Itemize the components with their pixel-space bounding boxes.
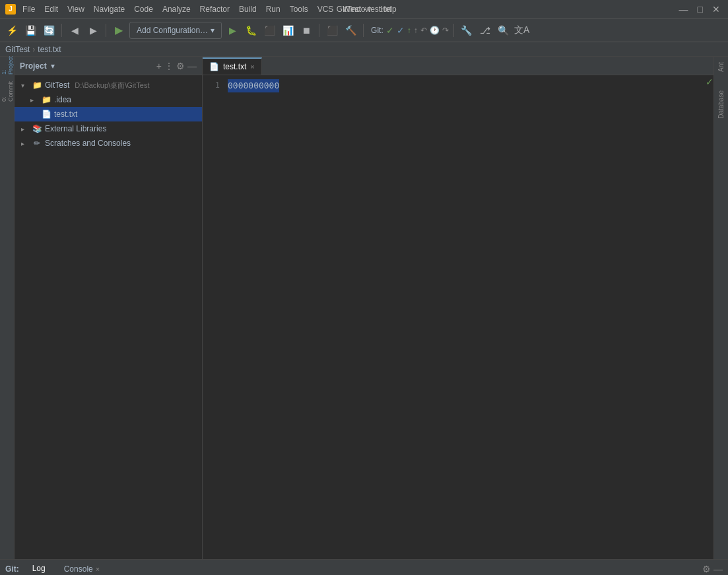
line-numbers: 1 (203, 75, 222, 559)
project-header: Project ▾ + ⋮ ⚙ — (15, 57, 202, 75)
sidebar-commit-icon[interactable]: 0: Commit (1, 86, 13, 98)
git-revert-icon[interactable]: ↶ (420, 26, 427, 35)
project-layout-icon[interactable]: ⋮ (164, 61, 174, 71)
toolbar-sep-1 (61, 24, 62, 37)
tab-close-button[interactable]: × (250, 63, 254, 71)
sidebar-project-icon[interactable]: 1: Project (1, 59, 13, 71)
title-bar: J File Edit View Navigate Code Analyze R… (0, 0, 728, 18)
menu-file[interactable]: File (18, 3, 39, 15)
breadcrumb-file[interactable]: test.txt (38, 45, 61, 54)
tree-label-gitroot: GitTest (45, 81, 69, 90)
toolbar-sep-4 (363, 24, 364, 37)
tools-button[interactable]: 🔨 (343, 22, 358, 38)
menu-code[interactable]: Code (130, 3, 157, 15)
build2-button[interactable]: ⬛ (324, 22, 340, 38)
project-add-icon[interactable]: + (156, 61, 162, 71)
toolbar-sep-2 (106, 24, 106, 37)
coverage-button[interactable]: ⬛ (261, 22, 277, 38)
window-title: GitTest - test.txt (337, 5, 391, 14)
save-button[interactable]: 💾 (22, 22, 38, 38)
scratches-icon: ✏ (32, 139, 42, 148)
console-tab-close[interactable]: × (96, 565, 100, 573)
breadcrumb: GitTest › test.txt (0, 42, 728, 57)
debug-button[interactable]: 🐛 (243, 22, 259, 38)
log-tab-label: Log (32, 564, 46, 573)
project-title: Project (20, 61, 47, 71)
git-undo-icon[interactable]: ↷ (442, 26, 449, 35)
branches-button[interactable]: ⎇ (477, 22, 493, 38)
main-layout: 1: Project 0: Commit Project ▾ + ⋮ ⚙ — ▾… (0, 57, 728, 559)
git-push-icon[interactable]: ↑ (407, 26, 411, 35)
git-panel-minus[interactable]: — (713, 564, 723, 574)
editor-tab-testtxt[interactable]: 📄 test.txt × (203, 57, 262, 75)
right-panel: Ant Database (713, 57, 728, 559)
editor-right-bar: ✓ (706, 75, 713, 559)
git-arrow-grey[interactable]: ↑ (414, 26, 418, 35)
tab-label: test.txt (223, 62, 246, 71)
project-chevron[interactable]: ▾ (51, 61, 55, 71)
add-configuration-button[interactable]: Add Configuration… ▾ (129, 22, 222, 39)
toolbar: ⚡ 💾 🔄 ◀ ▶ ▶ Add Configuration… ▾ ▶ 🐛 ⬛ 📊… (0, 18, 728, 42)
project-tree: ▾ 📁 GitTest D:\Backup\桌面\GitTest ▸ 📁 .id… (15, 75, 202, 559)
project-settings-icon[interactable]: ⚙ (176, 61, 185, 71)
project-header-icons: + ⋮ ⚙ — (156, 61, 197, 71)
git-log-tab[interactable]: Log (27, 560, 51, 576)
lib-icon: 📚 (32, 124, 42, 133)
code-line-1: 0000000000 (228, 79, 279, 92)
editor-area: 📄 test.txt × 1 0000000000 ✓ (203, 57, 713, 559)
close-button[interactable]: ✕ (710, 4, 723, 15)
left-sidebar: 1: Project 0: Commit (0, 57, 15, 559)
menu-vcs[interactable]: VCS (314, 3, 338, 15)
menu-refactor[interactable]: Refactor (196, 3, 234, 15)
translate-button[interactable]: 文A (514, 22, 530, 38)
git-check-green[interactable]: ✓ (386, 25, 394, 36)
git-panel-gear[interactable]: ⚙ (702, 564, 711, 574)
forward-button[interactable]: ▶ (85, 22, 101, 38)
menu-build[interactable]: Build (235, 3, 261, 15)
stop-button[interactable]: ⏹ (298, 22, 314, 38)
find-button[interactable]: 🔍 (496, 22, 512, 38)
line-number-1: 1 (205, 79, 220, 91)
minimize-button[interactable]: — (677, 4, 691, 15)
ant-panel-label[interactable]: Ant (716, 59, 726, 75)
tree-item-gitroot[interactable]: ▾ 📁 GitTest D:\Backup\桌面\GitTest (15, 78, 202, 92)
editor-content: 1 0000000000 ✓ (203, 75, 713, 559)
code-area[interactable]: 0000000000 (222, 75, 706, 559)
menu-run[interactable]: Run (262, 3, 284, 15)
file-icon-testtxt: 📄 (41, 110, 51, 119)
menu-edit[interactable]: Edit (40, 3, 62, 15)
tree-item-idea[interactable]: ▸ 📁 .idea (15, 92, 202, 107)
run-button[interactable]: ▶ (224, 22, 240, 38)
toolbar-sep-3 (319, 24, 319, 37)
tree-item-extlib[interactable]: ▸ 📚 External Libraries (15, 121, 202, 136)
git-console-tab[interactable]: Console × (59, 560, 105, 576)
app-icon: J (5, 4, 16, 15)
git-history-icon[interactable]: 🕐 (430, 26, 440, 35)
run-config-arrow[interactable]: ▶ (111, 22, 127, 38)
git-label: Git: (371, 26, 383, 35)
build-button[interactable]: ⚡ (4, 22, 20, 38)
project-minimize-icon[interactable]: — (187, 61, 197, 71)
breadcrumb-project[interactable]: GitTest (5, 45, 30, 54)
git-check-blue[interactable]: ✓ (397, 25, 405, 36)
menu-navigate[interactable]: Navigate (90, 3, 129, 15)
menu-view[interactable]: View (63, 3, 88, 15)
sync-button[interactable]: 🔄 (41, 22, 57, 38)
menu-analyze[interactable]: Analyze (158, 3, 195, 15)
menu-tools[interactable]: Tools (286, 3, 312, 15)
profile-button[interactable]: 📊 (280, 22, 296, 38)
editor-status-check: ✓ (706, 77, 713, 87)
wrench-button[interactable]: 🔧 (459, 22, 475, 38)
back-button[interactable]: ◀ (67, 22, 83, 38)
tree-arrow-gitroot: ▾ (21, 82, 29, 89)
maximize-button[interactable]: □ (695, 4, 706, 15)
tab-icon: 📄 (209, 62, 219, 71)
add-config-label: Add Configuration… (137, 26, 208, 35)
tree-arrow-extlib: ▸ (21, 125, 29, 133)
git-tabs-header: Git: Log Console × ⚙ — (0, 560, 728, 575)
tree-item-scratches[interactable]: ▸ ✏ Scratches and Consoles (15, 136, 202, 151)
folder-icon-gitroot: 📁 (32, 81, 42, 90)
tree-label-scratches: Scratches and Consoles (45, 139, 131, 148)
tree-item-testtxt[interactable]: 📄 test.txt (15, 107, 202, 121)
database-panel-label[interactable]: Database (716, 88, 726, 121)
